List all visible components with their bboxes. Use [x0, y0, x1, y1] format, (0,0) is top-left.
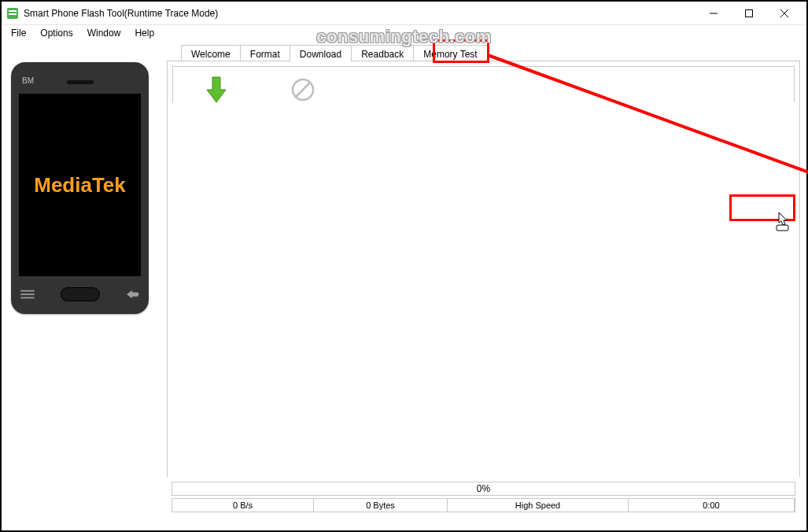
status-bar: 0% 0 B/s 0 Bytes High Speed 0:00	[167, 482, 800, 524]
phone-illustration: BM MediaTek	[11, 62, 149, 314]
status-rate: 0 B/s	[172, 499, 314, 512]
titlebar: Smart Phone Flash Tool(Runtime Trace Mod…	[2, 2, 806, 25]
progress-value: 0%	[477, 483, 490, 494]
phone-home-button	[61, 287, 100, 301]
progress-bar: 0%	[172, 482, 795, 496]
tab-welcome[interactable]: Welcome	[181, 45, 241, 62]
svg-rect-9	[20, 297, 35, 299]
menu-file[interactable]: File	[5, 26, 32, 40]
stop-icon	[291, 78, 315, 102]
maximize-button[interactable]	[731, 2, 766, 24]
svg-line-13	[296, 83, 310, 97]
svg-rect-4	[745, 9, 752, 17]
svg-rect-8	[20, 294, 35, 295]
phone-brand: MediaTek	[34, 173, 126, 198]
status-cells: 0 B/s 0 Bytes High Speed 0:00	[172, 498, 795, 512]
status-time: 0:00	[629, 499, 795, 512]
svg-rect-7	[20, 290, 35, 292]
tab-bar: Welcome Format Download Readback Memory …	[167, 42, 800, 61]
tab-readback[interactable]: Readback	[351, 45, 414, 62]
download-panel: Download Stop Download-Agent	[167, 61, 800, 477]
menu-options[interactable]: Options	[34, 26, 79, 40]
svg-rect-2	[9, 13, 17, 15]
svg-rect-1	[9, 10, 17, 12]
tab-download[interactable]: Download	[290, 45, 352, 62]
menu-window[interactable]: Window	[81, 26, 127, 40]
phone-menu-icon	[19, 289, 36, 300]
menu-help[interactable]: Help	[128, 26, 160, 40]
app-icon	[6, 7, 19, 20]
file-config-area: Download-Agent choose Scatter-loading Fi…	[172, 134, 795, 464]
status-speed: High Speed	[448, 499, 629, 512]
status-bytes: 0 Bytes	[314, 499, 448, 512]
tab-memory-test[interactable]: Memory Test	[413, 45, 487, 62]
minimize-button[interactable]	[695, 2, 731, 24]
window-title: Smart Phone Flash Tool(Runtime Trace Mod…	[24, 8, 218, 19]
menubar: File Options Window Help	[2, 25, 806, 41]
phone-back-icon	[124, 289, 141, 300]
table-body	[168, 102, 799, 500]
close-button[interactable]	[766, 2, 802, 24]
phone-bm-label: BM	[22, 76, 34, 85]
tab-format[interactable]: Format	[240, 45, 290, 62]
download-icon	[205, 76, 227, 104]
partition-table: Name Begin Address End Address Location	[179, 249, 788, 457]
